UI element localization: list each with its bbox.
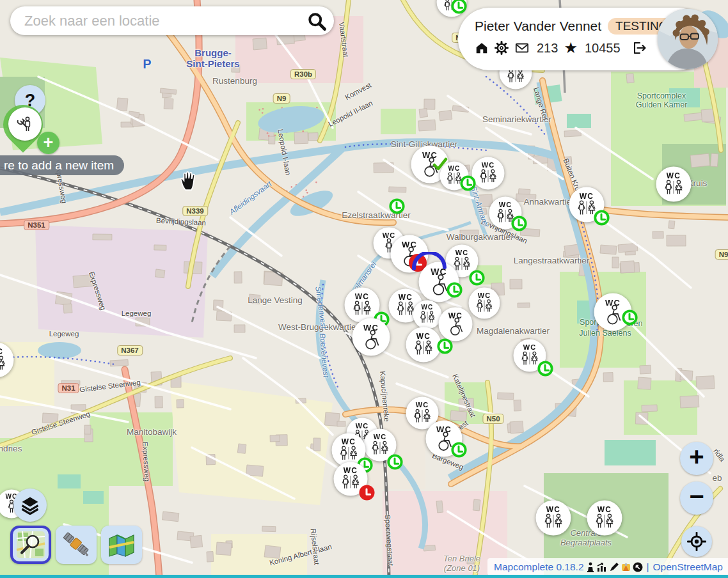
map-pin-toilet[interactable]: WC [0, 342, 14, 378]
background-satellite-button[interactable] [56, 526, 97, 564]
svg-text:WC: WC [342, 437, 356, 446]
svg-text:WC: WC [448, 165, 460, 172]
layers-button[interactable] [13, 488, 47, 522]
zoom-in-button[interactable]: + [680, 442, 713, 475]
map-pin-toilet[interactable]: WC [587, 500, 622, 536]
attribution-app-link[interactable]: Mapcomplete 0.18.2 [494, 561, 583, 573]
statistics-icon[interactable] [586, 562, 595, 572]
map-pin-toilet[interactable]: WC [436, 0, 467, 17]
star-icon[interactable]: ★ [564, 40, 578, 56]
svg-text:WC: WC [667, 171, 681, 180]
gear-icon[interactable] [495, 41, 509, 55]
home-icon[interactable] [475, 41, 489, 55]
user-name[interactable]: Pieter Vander Vennet [475, 19, 601, 34]
svg-text:WC: WC [478, 292, 491, 299]
add-new-item-pin[interactable]: + [0, 101, 64, 171]
svg-text:WC: WC [416, 332, 431, 341]
svg-text:WC: WC [416, 401, 429, 409]
map-pin-toilet[interactable]: WC [569, 187, 605, 223]
chart-icon[interactable] [597, 562, 607, 572]
map-pin-toilet[interactable]: WC [594, 293, 632, 331]
map-pin-toilet[interactable]: WC [333, 462, 368, 496]
circle-arrow-icon[interactable] [633, 562, 643, 572]
map-pin-toilet[interactable]: WC [656, 166, 692, 202]
background-map-button[interactable] [101, 526, 142, 564]
logout-icon[interactable] [631, 40, 647, 56]
world-map-icon [107, 531, 136, 559]
map-pin-toilet[interactable]: WC [363, 428, 397, 462]
map-pin-toilet[interactable]: WC [489, 196, 522, 230]
geolocate-button[interactable] [681, 526, 712, 557]
background-chooser [10, 526, 142, 564]
map-pin-toilet[interactable]: WC [352, 318, 390, 356]
svg-text:WC: WC [455, 249, 469, 256]
svg-text:WC: WC [523, 343, 537, 351]
map-pin-toilet[interactable]: WC [438, 307, 473, 341]
search-bar [10, 6, 334, 35]
svg-text:WC: WC [482, 161, 495, 169]
zoom-out-button[interactable]: − [680, 481, 713, 515]
community-icon[interactable] [621, 562, 631, 572]
map-pin-toilet[interactable]: WC [468, 287, 500, 319]
svg-text:WC: WC [374, 433, 387, 441]
svg-text:WC: WC [597, 505, 612, 514]
map-pin-toilet[interactable]: WC [439, 161, 469, 191]
svg-text:WC: WC [399, 293, 413, 302]
crosshair-icon [687, 532, 706, 551]
layers-icon [20, 496, 40, 515]
svg-text:WC: WC [580, 192, 594, 201]
search-icon[interactable] [306, 10, 328, 32]
changesets-count[interactable]: 10455 [585, 41, 621, 56]
satellite-icon [61, 531, 91, 559]
map-pin-toilet[interactable]: WC [418, 262, 459, 302]
map-pin-toilet[interactable]: WC [535, 500, 571, 536]
svg-text:WC: WC [0, 347, 3, 356]
map-pin-toilet[interactable]: WC [406, 327, 441, 363]
parking-label: P [143, 57, 151, 72]
map-canvas[interactable]: Brugge- Sint-PietersRustenburgSint-Gilli… [0, 0, 728, 578]
envelope-icon[interactable] [514, 41, 530, 55]
map-pin-toilet[interactable]: WC [471, 157, 505, 190]
pencil-icon[interactable] [609, 562, 619, 572]
user-avatar[interactable] [658, 9, 718, 69]
svg-text:WC: WC [344, 466, 358, 475]
svg-text:WC: WC [546, 505, 560, 514]
attribution-osm-link[interactable]: OpenStreetMap [653, 561, 723, 573]
map-pin-toilet[interactable]: WC [425, 420, 463, 457]
add-new-item-icon [8, 107, 42, 141]
bottom-strip [0, 575, 728, 578]
attribution-separator: | [647, 561, 649, 573]
background-osm-carto-button[interactable] [10, 526, 51, 564]
svg-text:WC: WC [421, 304, 433, 311]
svg-text:WC: WC [499, 201, 512, 208]
map-pin-toilet[interactable]: WC [513, 339, 546, 372]
attribution-bar: Mapcomplete 0.18.2 | OpenStreetMap [487, 558, 728, 575]
messages-count[interactable]: 213 [537, 41, 558, 56]
osm-carto-icon [16, 531, 45, 559]
search-input[interactable] [23, 12, 306, 30]
add-plus-icon: + [37, 132, 59, 154]
svg-text:WC: WC [355, 292, 369, 301]
